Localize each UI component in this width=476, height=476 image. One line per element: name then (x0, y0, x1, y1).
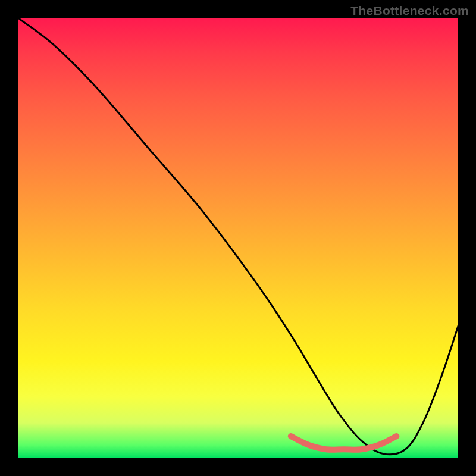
curve-layer (18, 18, 458, 458)
chart-stage: TheBottleneck.com (0, 0, 476, 476)
highlight-band (291, 436, 397, 450)
watermark-text: TheBottleneck.com (350, 4, 469, 18)
main-curve (18, 18, 458, 455)
plot-area (18, 18, 458, 458)
